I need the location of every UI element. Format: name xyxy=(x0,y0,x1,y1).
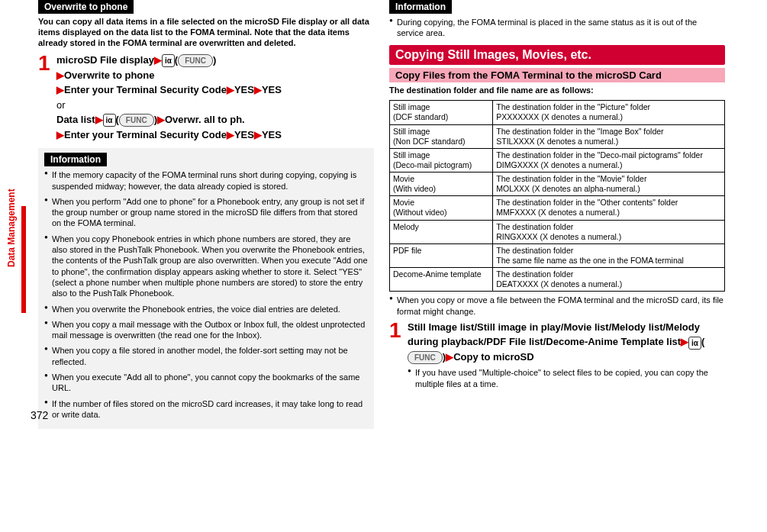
info-item: When you copy a mail message with the Ou… xyxy=(44,319,368,341)
yes-label: YES xyxy=(262,84,282,95)
info-note-top: During copying, the FOMA terminal is pla… xyxy=(389,17,725,39)
right-column: Information During copying, the FOMA ter… xyxy=(382,0,733,429)
yes-label: YES xyxy=(262,129,282,140)
info-item: When you execute "Add all to phone", you… xyxy=(44,372,368,394)
format-note: When you copy or move a file between the… xyxy=(389,295,725,317)
table-cell: Movie(Without video) xyxy=(390,196,493,220)
overwrite-intro: You can copy all data items in a file se… xyxy=(38,17,374,48)
func-pill: FUNC xyxy=(408,351,443,364)
step-text: Copy to microSD xyxy=(453,351,533,363)
info-item: When you overwrite the Phonebook entries… xyxy=(44,304,368,314)
left-column: Overwrite to phone You can copy all data… xyxy=(31,0,382,429)
step-text: Data list xyxy=(56,114,95,125)
info-block-left: Information If the memory capacity of th… xyxy=(38,148,374,429)
or-label: or xyxy=(56,99,66,111)
step-number: 1 xyxy=(389,320,408,341)
multiple-choice-note: If you have used "Multiple-choice" to se… xyxy=(408,367,725,389)
table-cell: The destination folderDEATXXXX (X denote… xyxy=(493,268,725,292)
table-row: Decome-Anime templateThe destination fol… xyxy=(390,268,725,292)
info-item: When you copy Phonebook entries in which… xyxy=(44,234,368,299)
step-body: Still Image list/Still image in play/Mov… xyxy=(408,320,725,389)
table-row: Still image(DCF standard)The destination… xyxy=(390,101,725,124)
table-cell: Decome-Anime template xyxy=(390,268,493,292)
step-1-left: 1 microSD File display▶iα(FUNC) ▶Overwri… xyxy=(38,53,374,142)
table-cell: The destination folderRINGXXXX (X denote… xyxy=(493,220,725,243)
table-cell: Movie(With video) xyxy=(390,172,493,196)
info-tag: Information xyxy=(389,0,452,14)
step-text: Overwr. all to ph. xyxy=(165,114,245,125)
step-number: 1 xyxy=(38,53,56,74)
ialpha-key-icon: iα xyxy=(103,114,116,127)
table-row: PDF fileThe destination folderThe same f… xyxy=(390,243,725,267)
table-cell: The destination folder in the "Picture" … xyxy=(493,101,725,124)
step-text: Still Image list/Still image in play/Mov… xyxy=(408,321,700,348)
step-1-right: 1 Still Image list/Still image in play/M… xyxy=(389,320,725,389)
table-cell: PDF file xyxy=(390,243,493,267)
table-row: Movie(With video)The destination folder … xyxy=(390,172,725,196)
table-cell: The destination folder in the "Image Box… xyxy=(493,124,725,148)
table-cell: Melody xyxy=(390,220,493,243)
table-row: Movie(Without video)The destination fold… xyxy=(390,196,725,220)
side-color-bar xyxy=(21,206,26,313)
section-heading: Copying Still Images, Movies, etc. xyxy=(389,45,725,65)
info-tag: Information xyxy=(44,153,107,166)
table-cell: The destination folder in the "Movie" fo… xyxy=(493,172,725,196)
ialpha-key-icon: iα xyxy=(688,337,701,350)
section-subheading: Copy Files from the FOMA Terminal to the… xyxy=(389,68,725,82)
table-cell: The destination folder in the "Deco-mail… xyxy=(493,148,725,172)
step-text: microSD File display xyxy=(56,54,154,66)
page-number: 372 xyxy=(31,409,48,421)
table-row: Still image(Non DCF standard)The destina… xyxy=(390,124,725,148)
table-intro: The destination folder and file name are… xyxy=(389,85,725,96)
step-text: Enter your Terminal Security Code xyxy=(64,84,227,95)
info-item: If the number of files stored on the mic… xyxy=(44,398,368,421)
table-cell: Still image(DCF standard) xyxy=(390,101,493,124)
func-pill: FUNC xyxy=(178,54,213,67)
step-body: microSD File display▶iα(FUNC) ▶Overwrite… xyxy=(56,53,282,142)
info-item: When you perform "Add one to phone" for … xyxy=(44,196,368,229)
yes-label: YES xyxy=(234,84,254,95)
overwrite-tag: Overwrite to phone xyxy=(38,0,134,14)
info-item: When you copy a file stored in another m… xyxy=(44,345,368,367)
step-text: Enter your Terminal Security Code xyxy=(64,129,227,140)
ialpha-key-icon: iα xyxy=(162,54,175,67)
side-label: Data Management xyxy=(6,189,17,267)
table-row: MelodyThe destination folderRINGXXXX (X … xyxy=(390,220,725,243)
table-cell: Still image(Deco-mail pictogram) xyxy=(390,148,493,172)
destination-table: Still image(DCF standard)The destination… xyxy=(389,100,725,292)
func-pill: FUNC xyxy=(119,114,154,127)
table-cell: Still image(Non DCF standard) xyxy=(390,124,493,148)
table-cell: The destination folder in the "Other con… xyxy=(493,196,725,220)
table-row: Still image(Deco-mail pictogram)The dest… xyxy=(390,148,725,172)
step-text: Overwrite to phone xyxy=(64,69,154,81)
table-cell: The destination folderThe same file name… xyxy=(493,243,725,267)
info-item: If the memory capacity of the FOMA termi… xyxy=(44,169,368,192)
yes-label: YES xyxy=(234,129,254,140)
info-list: If the memory capacity of the FOMA termi… xyxy=(44,169,368,420)
